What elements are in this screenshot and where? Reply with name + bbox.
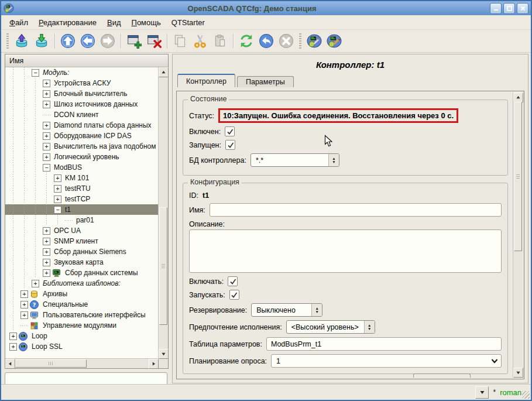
- expand-icon[interactable]: +: [9, 333, 17, 340]
- tree-expander[interactable]: +: [52, 185, 63, 193]
- toolbar-handle[interactable]: [298, 33, 302, 49]
- collapse-icon[interactable]: −: [32, 69, 39, 77]
- tree-item[interactable]: +Оборудование ICP DAS: [5, 131, 159, 141]
- collapse-icon[interactable]: −: [43, 164, 50, 172]
- qtstarter-dev-button[interactable]: [324, 32, 344, 50]
- menu-edit[interactable]: Редактирование: [34, 17, 101, 28]
- tree-expander[interactable]: +: [30, 280, 41, 287]
- tree-expander[interactable]: −: [52, 206, 63, 214]
- expand-icon[interactable]: +: [43, 132, 50, 140]
- spinner-icon[interactable]: ▲▼: [364, 321, 375, 333]
- tree-expander[interactable]: −: [41, 164, 52, 172]
- expand-icon[interactable]: +: [43, 90, 50, 98]
- enabled-checkbox[interactable]: [225, 126, 235, 136]
- tree-item[interactable]: −t1: [5, 204, 159, 215]
- tree-expander[interactable]: +: [19, 301, 30, 309]
- tree-item[interactable]: +Сбор данных Siemens: [5, 246, 159, 257]
- tree-expander[interactable]: +: [19, 311, 30, 319]
- running-checkbox[interactable]: [225, 140, 235, 150]
- refresh-button[interactable]: [236, 32, 256, 50]
- expand-icon[interactable]: +: [43, 227, 50, 235]
- chevron-down-icon[interactable]: [488, 358, 501, 364]
- param-table-input[interactable]: [266, 337, 502, 351]
- form-scroll-thumb[interactable]: [514, 102, 522, 251]
- expand-icon[interactable]: +: [9, 343, 17, 351]
- tree-item[interactable]: +?Специальные: [5, 299, 159, 310]
- tree-header[interactable]: Имя: [5, 54, 168, 67]
- tree-status-field[interactable]: [5, 372, 167, 385]
- menu-file[interactable]: Файл: [5, 17, 33, 28]
- schedule-combo[interactable]: 1: [271, 354, 502, 368]
- qtstarter-config-button[interactable]: [304, 32, 324, 50]
- close-button[interactable]: [517, 3, 528, 14]
- scroll-right-icon[interactable]: [149, 359, 159, 369]
- expand-icon[interactable]: +: [43, 143, 50, 150]
- expand-icon[interactable]: +: [54, 196, 61, 203]
- redundancy-combo[interactable]: Выключено ▲▼: [251, 303, 322, 317]
- form-vertical-scrollbar[interactable]: [513, 92, 523, 378]
- expand-icon[interactable]: +: [43, 101, 50, 108]
- tree-item[interactable]: +Библиотека шаблонов:: [5, 278, 159, 289]
- start-update-button[interactable]: [256, 32, 276, 50]
- add-item-button[interactable]: [124, 32, 144, 50]
- description-textarea[interactable]: [189, 229, 502, 273]
- tree-expander[interactable]: +: [41, 259, 52, 266]
- tree-item[interactable]: par01: [5, 215, 159, 225]
- go-back-button[interactable]: [78, 32, 98, 50]
- titlebar[interactable]: OpenSCADA QTCfg: Демо станция: [1, 1, 531, 15]
- tree-item[interactable]: +Loop: [5, 331, 159, 341]
- expand-icon[interactable]: +: [43, 269, 50, 277]
- tree-item[interactable]: +Шлюз источников данных: [5, 99, 159, 109]
- tree-expander[interactable]: +: [19, 290, 30, 298]
- resize-grip[interactable]: [522, 391, 530, 399]
- toolbar-handle[interactable]: [6, 33, 9, 49]
- name-input[interactable]: [210, 203, 502, 217]
- tree-expander[interactable]: +: [41, 132, 52, 140]
- tab-parameters[interactable]: Параметры: [237, 76, 294, 87]
- tree-item[interactable]: +Логический уровень: [5, 152, 159, 162]
- tree-item[interactable]: +SNMP клиент: [5, 236, 159, 246]
- tree-expander[interactable]: +: [41, 153, 52, 161]
- maximize-button[interactable]: [503, 3, 515, 14]
- expand-icon[interactable]: +: [43, 122, 50, 129]
- expand-icon[interactable]: +: [54, 174, 61, 182]
- tree-expander[interactable]: +: [41, 90, 52, 98]
- collapse-icon[interactable]: −: [54, 206, 61, 214]
- expand-icon[interactable]: +: [43, 238, 50, 245]
- tree-item[interactable]: +Звуковая карта: [5, 257, 159, 268]
- user-dropdown-button[interactable]: [475, 386, 489, 399]
- tree-item[interactable]: +OPC UA: [5, 225, 159, 236]
- expand-icon[interactable]: +: [43, 248, 50, 256]
- expand-icon[interactable]: +: [20, 290, 28, 298]
- tree-expander[interactable]: +: [41, 122, 52, 129]
- expand-icon[interactable]: +: [32, 280, 39, 287]
- menu-view[interactable]: Вид: [102, 17, 126, 28]
- menu-qtstarter[interactable]: QTStarter: [167, 17, 210, 28]
- tree-expander[interactable]: +: [41, 80, 52, 87]
- scroll-down-icon[interactable]: [159, 349, 169, 359]
- tab-controller[interactable]: Контроллер: [177, 74, 235, 87]
- tree-expander[interactable]: +: [41, 143, 52, 150]
- tree-item[interactable]: +Loop SSL: [5, 341, 159, 352]
- scroll-down-icon[interactable]: [513, 368, 523, 378]
- expand-icon[interactable]: +: [54, 185, 61, 193]
- controller-db-combo[interactable]: *.* ▲▼: [250, 153, 339, 167]
- expand-icon[interactable]: +: [43, 80, 50, 87]
- tree-expander[interactable]: −: [30, 69, 41, 77]
- tree-horizontal-scrollbar[interactable]: [5, 358, 159, 368]
- tree-expander[interactable]: +: [41, 227, 52, 235]
- save-to-db-button[interactable]: [32, 32, 52, 50]
- minimize-button[interactable]: [490, 3, 502, 14]
- expand-icon[interactable]: +: [43, 153, 50, 161]
- scroll-up-icon[interactable]: [159, 67, 169, 77]
- tree-item[interactable]: +testTCP: [5, 194, 159, 204]
- expand-icon[interactable]: +: [20, 301, 28, 309]
- tree-item[interactable]: +Вычислитель на java подобном: [5, 141, 159, 152]
- tree-item[interactable]: +Пользовательские интерфейсы: [5, 310, 159, 320]
- tree-vertical-scrollbar[interactable]: [158, 67, 168, 359]
- expand-icon[interactable]: +: [43, 259, 50, 266]
- tree-item[interactable]: +Diamond платы сбора данных: [5, 120, 159, 131]
- delete-item-button[interactable]: [144, 32, 164, 50]
- tree-item[interactable]: −Модуль:: [5, 67, 159, 78]
- load-from-db-button[interactable]: [12, 32, 32, 50]
